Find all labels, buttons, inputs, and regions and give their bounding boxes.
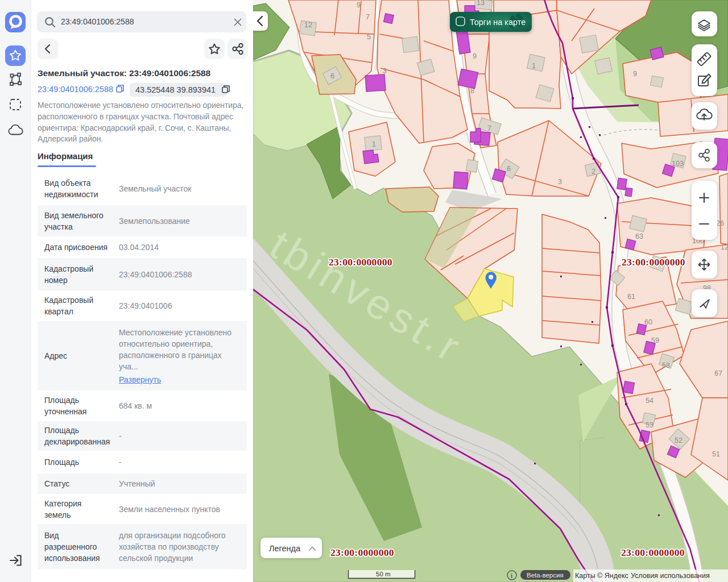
svg-text:61: 61 [627,293,635,301]
svg-text:6: 6 [507,165,511,173]
svg-text:9: 9 [357,1,361,9]
svg-text:51: 51 [712,450,720,458]
svg-text:9: 9 [633,70,637,78]
svg-text:23:00:0000000: 23:00:0000000 [330,547,394,558]
svg-text:59: 59 [651,336,659,344]
svg-text:3: 3 [558,178,562,186]
svg-text:54: 54 [646,397,653,405]
svg-text:5: 5 [367,33,371,41]
svg-text:12: 12 [304,21,312,29]
svg-text:60: 60 [644,318,652,326]
svg-text:Карты © Яндекс: Карты © Яндекс [575,572,628,580]
svg-text:7: 7 [366,13,370,21]
svg-text:1: 1 [532,62,536,70]
svg-text:Условия использования: Условия использования [631,572,710,580]
svg-text:23:00:0000000: 23:00:0000000 [329,256,392,268]
svg-text:53: 53 [646,421,653,429]
svg-text:i: i [511,572,512,579]
svg-text:8: 8 [470,87,474,95]
svg-text:6: 6 [330,72,334,80]
svg-text:58: 58 [662,361,670,369]
svg-text:23:00:0000000: 23:00:0000000 [621,547,685,558]
svg-text:52: 52 [675,436,682,444]
svg-text:67: 67 [714,369,722,377]
svg-text:13: 13 [477,0,485,7]
svg-text:63: 63 [635,232,643,240]
svg-text:12: 12 [721,243,728,251]
svg-text:2: 2 [592,168,595,176]
svg-text:9: 9 [473,52,477,60]
svg-text:103: 103 [672,160,684,168]
svg-text:3: 3 [383,67,387,75]
svg-text:Торги на карте: Торги на карте [470,18,526,27]
svg-text:Легенда: Легенда [269,544,301,553]
svg-text:1: 1 [372,140,376,148]
svg-text:50 m: 50 m [376,571,391,577]
svg-text:Beta-версия: Beta-версия [527,572,564,579]
svg-text:7: 7 [487,124,491,132]
svg-text:26: 26 [716,219,724,227]
svg-text:23:00:0000000: 23:00:0000000 [622,256,685,268]
